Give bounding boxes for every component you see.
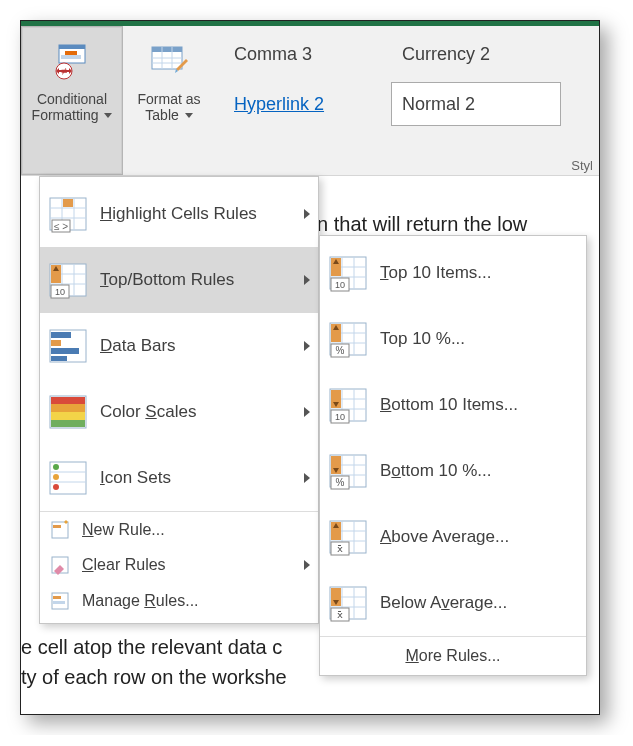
conditional-formatting-label-1: Conditional <box>37 91 107 107</box>
submenu-caret-icon <box>304 209 310 219</box>
svg-rect-49 <box>53 596 61 599</box>
svg-text:%: % <box>336 345 345 356</box>
svg-text:≤ >: ≤ > <box>54 221 68 232</box>
style-currency2[interactable]: Currency 2 <box>391 32 561 76</box>
svg-rect-1 <box>59 45 85 49</box>
svg-rect-50 <box>53 601 65 604</box>
style-comma3[interactable]: Comma 3 <box>223 32 383 76</box>
app-frame: ≠ Conditional Formatting Format as <box>20 20 600 715</box>
menu-item-label: Below Average... <box>380 593 507 613</box>
svg-rect-38 <box>51 420 85 427</box>
svg-rect-18 <box>63 199 73 207</box>
menu-item-label: Color Scales <box>100 402 196 422</box>
svg-text:x̄: x̄ <box>337 543 343 554</box>
bg-text-2: e cell atop the relevant data c <box>21 636 282 659</box>
submenu-more-rules[interactable]: More Rules... <box>320 636 586 669</box>
menu-highlight-cells-rules[interactable]: ≤ > Highlight Cells Rules <box>40 181 318 247</box>
format-as-table-icon <box>146 39 192 85</box>
svg-point-43 <box>53 474 59 480</box>
submenu-top-10-items[interactable]: 10 Top 10 Items... <box>320 240 586 306</box>
menu-new-rule[interactable]: New Rule... <box>40 511 318 547</box>
menu-item-label: Top 10 %... <box>380 329 465 349</box>
svg-rect-36 <box>51 404 85 412</box>
svg-rect-31 <box>51 340 61 346</box>
dropdown-caret-icon <box>104 113 112 118</box>
menu-data-bars[interactable]: Data Bars <box>40 313 318 379</box>
style-hyperlink2[interactable]: Hyperlink 2 <box>223 82 383 126</box>
svg-text:10: 10 <box>55 287 65 297</box>
menu-item-label: Top/Bottom Rules <box>100 270 234 290</box>
svg-text:≠: ≠ <box>61 65 67 77</box>
top-bottom-rules-submenu: 10 Top 10 Items... % Top 10 %... 10 Bott… <box>319 235 587 676</box>
top-10-items-icon: 10 <box>328 253 368 293</box>
svg-text:10: 10 <box>335 412 345 422</box>
svg-rect-2 <box>65 51 77 55</box>
svg-rect-46 <box>53 525 61 528</box>
color-scales-icon <box>48 392 88 432</box>
menu-manage-rules[interactable]: Manage Rules... <box>40 583 318 619</box>
ribbon-styles-group: ≠ Conditional Formatting Format as <box>21 26 599 176</box>
svg-text:x̄: x̄ <box>337 609 343 620</box>
menu-clear-rules[interactable]: Clear Rules <box>40 547 318 583</box>
menu-top-bottom-rules[interactable]: 10 Top/Bottom Rules <box>40 247 318 313</box>
format-as-table-button[interactable]: Format as Table <box>123 26 215 175</box>
conditional-formatting-label-2: Formatting <box>32 107 113 123</box>
svg-rect-33 <box>51 356 67 361</box>
svg-rect-35 <box>51 397 85 404</box>
svg-point-44 <box>53 484 59 490</box>
bottom-10-percent-icon: % <box>328 451 368 491</box>
bg-text-1: on that will return the low <box>306 213 527 236</box>
svg-rect-8 <box>152 47 182 52</box>
menu-item-label: Bottom 10 Items... <box>380 395 518 415</box>
submenu-caret-icon <box>304 407 310 417</box>
submenu-below-average[interactable]: x̄ Below Average... <box>320 570 586 636</box>
menu-item-label: Icon Sets <box>100 468 171 488</box>
submenu-bottom-10-percent[interactable]: % Bottom 10 %... <box>320 438 586 504</box>
top-bottom-icon: 10 <box>48 260 88 300</box>
svg-rect-37 <box>51 412 85 420</box>
manage-rules-icon <box>48 589 72 613</box>
menu-item-label: Above Average... <box>380 527 509 547</box>
menu-item-label: Highlight Cells Rules <box>100 204 257 224</box>
submenu-caret-icon <box>304 275 310 285</box>
menu-item-label: Bottom 10 %... <box>380 461 492 481</box>
submenu-caret-icon <box>304 473 310 483</box>
format-as-table-label-1: Format as <box>137 91 200 107</box>
style-normal2[interactable]: Normal 2 <box>391 82 561 126</box>
menu-color-scales[interactable]: Color Scales <box>40 379 318 445</box>
menu-item-label: Manage Rules... <box>82 592 199 610</box>
cell-styles-gallery[interactable]: Comma 3 Currency 2 Hyperlink 2 Normal 2 <box>215 26 599 175</box>
dropdown-caret-icon <box>185 113 193 118</box>
svg-text:10: 10 <box>335 280 345 290</box>
menu-icon-sets[interactable]: Icon Sets <box>40 445 318 511</box>
menu-item-label: Top 10 Items... <box>380 263 492 283</box>
svg-rect-30 <box>51 332 71 338</box>
new-rule-icon <box>48 518 72 542</box>
top-10-percent-icon: % <box>328 319 368 359</box>
submenu-top-10-percent[interactable]: % Top 10 %... <box>320 306 586 372</box>
menu-item-label: Clear Rules <box>82 556 166 574</box>
styles-group-label: Styl <box>571 158 593 173</box>
bottom-10-items-icon: 10 <box>328 385 368 425</box>
below-average-icon: x̄ <box>328 583 368 623</box>
svg-rect-3 <box>61 55 81 59</box>
format-as-table-label-2: Table <box>145 107 192 123</box>
submenu-caret-icon <box>304 341 310 351</box>
conditional-formatting-menu: ≤ > Highlight Cells Rules 10 Top/Bottom … <box>39 176 319 624</box>
conditional-formatting-icon: ≠ <box>49 39 95 85</box>
submenu-bottom-10-items[interactable]: 10 Bottom 10 Items... <box>320 372 586 438</box>
submenu-above-average[interactable]: x̄ Above Average... <box>320 504 586 570</box>
bg-text-3: ty of each row on the workshe <box>21 666 287 689</box>
svg-text:%: % <box>336 477 345 488</box>
submenu-caret-icon <box>304 560 310 570</box>
svg-rect-45 <box>52 522 68 538</box>
conditional-formatting-button[interactable]: ≠ Conditional Formatting <box>21 26 123 175</box>
above-average-icon: x̄ <box>328 517 368 557</box>
highlight-cells-icon: ≤ > <box>48 194 88 234</box>
svg-rect-32 <box>51 348 79 354</box>
menu-item-label: New Rule... <box>82 521 165 539</box>
clear-rules-icon <box>48 553 72 577</box>
menu-item-label: Data Bars <box>100 336 176 356</box>
data-bars-icon <box>48 326 88 366</box>
icon-sets-icon <box>48 458 88 498</box>
